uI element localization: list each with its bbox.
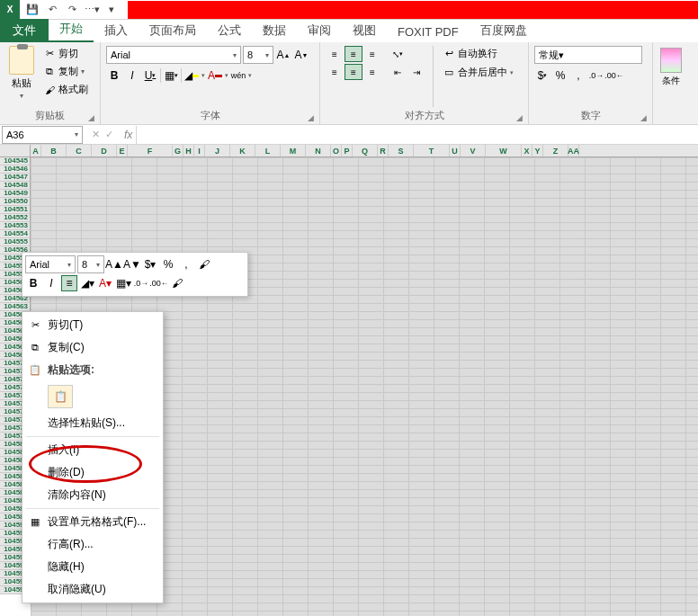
ctx-copy[interactable]: ⧉复制(C) [22,336,163,359]
row-header[interactable]: 104549 [0,190,31,198]
mini-fill-color[interactable]: ◢▾ [79,275,95,291]
ctx-clear-contents[interactable]: 清除内容(N) [22,484,163,506]
col-header-E[interactable]: E [117,145,128,156]
row-header[interactable]: 104551 [0,206,31,214]
mini-format-painter2[interactable]: 🖌 [169,275,185,291]
col-header-I[interactable]: I [194,145,205,156]
mini-inc-decimal[interactable]: .0→ [133,275,149,291]
col-header-W[interactable]: W [486,145,522,156]
row-header[interactable]: 104563 [0,303,31,311]
dialog-launcher-icon[interactable]: ◢ [640,113,647,122]
format-painter-button[interactable]: 🖌格式刷 [41,82,90,97]
col-header-J[interactable]: J [205,145,230,156]
dialog-launcher-icon[interactable]: ◢ [516,113,523,122]
mini-increase-font[interactable]: A▲ [106,256,122,272]
ctx-hide[interactable]: 隐藏(H) [22,556,163,578]
tab-view[interactable]: 视图 [342,19,387,42]
tab-foxit[interactable]: FOXIT PDF [387,22,470,42]
select-all-corner[interactable] [0,145,31,156]
col-header-S[interactable]: S [389,145,414,156]
col-header-B[interactable]: B [41,145,67,156]
tab-formulas[interactable]: 公式 [207,19,252,42]
cut-button[interactable]: ✂剪切 [41,46,90,61]
mini-accounting-button[interactable]: $▾ [142,256,158,272]
copy-button[interactable]: ⧉复制▾ [41,64,90,79]
paste-button[interactable]: 粘贴 ▾ [5,46,38,107]
formula-input[interactable] [136,126,698,144]
row-header[interactable]: 104554 [0,230,31,238]
align-top-button[interactable]: ≡ [326,46,344,62]
qat-more-icon[interactable]: ⋯▾ [83,1,101,19]
tab-review[interactable]: 审阅 [297,19,342,42]
comma-button[interactable]: , [570,67,586,84]
ctx-insert[interactable]: 插入(I) [22,439,163,461]
merge-center-button[interactable]: ▭合并后居中▾ [441,65,515,80]
col-header-T[interactable]: T [414,145,450,156]
italic-button[interactable]: I [124,67,140,84]
align-right-button[interactable]: ≡ [363,64,381,80]
bold-button[interactable]: B [106,67,122,84]
col-header-O[interactable]: O [331,145,342,156]
font-color-button[interactable]: A [207,67,223,84]
redo-button[interactable]: ↷ [63,1,81,19]
col-header-G[interactable]: G [173,145,183,156]
col-header-A[interactable]: A [31,145,41,156]
tab-baidu[interactable]: 百度网盘 [470,19,538,42]
mini-size-combo[interactable]: 8▾ [77,255,104,273]
wrap-text-button[interactable]: ↩自动换行 [441,46,515,61]
decrease-indent-button[interactable]: ⇤ [389,64,407,80]
col-header-H[interactable]: H [183,145,194,156]
mini-bold[interactable]: B [25,275,41,291]
phonetic-button[interactable]: wén [230,67,246,84]
mini-font-color[interactable]: A▾ [97,275,113,291]
undo-button[interactable]: ↶ [43,1,61,19]
align-bottom-button[interactable]: ≡ [363,46,381,62]
row-header[interactable]: 104547 [0,174,31,182]
col-header-K[interactable]: K [230,145,255,156]
mini-percent-button[interactable]: % [160,256,176,272]
ctx-cut[interactable]: ✂剪切(T) [22,314,163,336]
number-format-combo[interactable]: 常规▾ [534,46,642,64]
dialog-launcher-icon[interactable]: ◢ [88,113,94,122]
col-header-R[interactable]: R [378,145,389,156]
increase-decimal-button[interactable]: .0→ [588,67,604,84]
font-size-combo[interactable]: 8▾ [243,46,273,64]
mini-comma-button[interactable]: , [178,256,194,272]
col-header-AA[interactable]: AA [568,145,579,156]
col-header-D[interactable]: D [92,145,117,156]
tab-home[interactable]: 开始 [49,17,94,42]
row-header[interactable]: 104550 [0,198,31,206]
cancel-formula-icon[interactable]: ✕ [92,129,100,140]
ctx-paste-default[interactable]: 📋 [48,385,73,408]
orientation-button[interactable]: ⤡▾ [389,46,407,62]
col-header-Q[interactable]: Q [353,145,378,156]
mini-font-combo[interactable]: Arial▾ [25,255,76,273]
ctx-format-cells[interactable]: ▦设置单元格格式(F)... [22,511,163,533]
fx-icon[interactable]: fx [121,129,136,141]
conditional-format-button[interactable]: 条件 [658,46,684,89]
col-header-X[interactable]: X [522,145,532,156]
decrease-decimal-button[interactable]: .00← [606,67,622,84]
mini-align-center[interactable]: ≡ [61,275,77,291]
col-header-F[interactable]: F [128,145,173,156]
row-header[interactable]: 104555 [0,238,31,246]
mini-dec-decimal[interactable]: .00← [151,275,167,291]
col-header-N[interactable]: N [306,145,331,156]
ctx-delete[interactable]: 删除(D) [22,461,163,484]
name-box[interactable]: A36▾ [2,126,83,144]
tab-insert[interactable]: 插入 [94,19,139,42]
tab-file[interactable]: 文件 [0,19,49,42]
ctx-unhide[interactable]: 取消隐藏(U) [22,578,163,601]
mini-format-painter[interactable]: 🖌 [196,256,212,272]
col-header-M[interactable]: M [281,145,306,156]
row-header[interactable]: 104546 [0,165,31,174]
col-header-U[interactable]: U [450,145,461,156]
align-center-button[interactable]: ≡ [345,64,362,80]
dialog-launcher-icon[interactable]: ◢ [308,113,314,122]
tab-data[interactable]: 数据 [252,19,297,42]
mini-decrease-font[interactable]: A▼ [124,256,140,272]
ctx-paste-special[interactable]: 选择性粘贴(S)... [22,412,163,434]
underline-button[interactable]: U▾ [142,67,158,84]
increase-indent-button[interactable]: ⇥ [407,64,425,80]
col-header-L[interactable]: L [255,145,281,156]
